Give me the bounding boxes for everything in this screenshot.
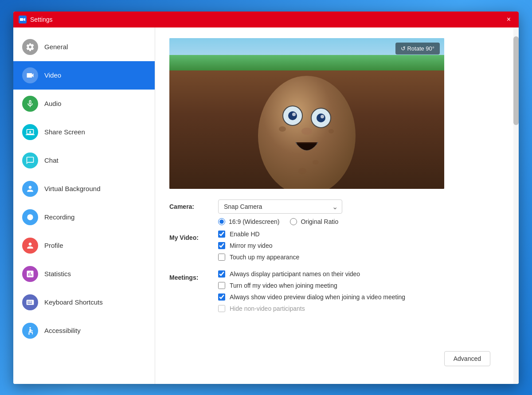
recording-icon [26, 213, 35, 222]
sidebar-item-share-screen[interactable]: Share Screen [13, 118, 155, 146]
svg-point-14 [313, 160, 319, 164]
touch-up-checkbox[interactable] [218, 254, 225, 261]
my-video-label: My Video: [169, 231, 218, 241]
rotate-button[interactable]: ↺ Rotate 90° [395, 43, 440, 55]
scrollbar-track [513, 27, 519, 384]
widescreen-radio[interactable] [218, 218, 225, 225]
camera-select[interactable]: Snap Camera Built-in FaceTime Camera OBS… [218, 199, 342, 214]
hide-participants-checkbox[interactable] [218, 305, 225, 312]
enable-hd-checkbox[interactable] [218, 231, 225, 238]
close-button[interactable]: × [504, 15, 513, 24]
camera-row: Camera: Snap Camera Built-in FaceTime Ca… [169, 199, 499, 225]
touch-up-label: Touch up my appearance [230, 254, 299, 261]
virtual-background-icon [26, 184, 35, 193]
profile-icon-wrap [22, 238, 38, 254]
sidebar-item-recording[interactable]: Recording [13, 203, 155, 231]
keyboard-icon-wrap [22, 294, 38, 310]
sidebar-item-chat[interactable]: Chat [13, 146, 155, 175]
mirror-video-label: Mirror my video [230, 242, 272, 249]
share-screen-icon [26, 128, 35, 137]
accessibility-icon [26, 326, 35, 335]
chat-icon-wrap [22, 153, 38, 168]
svg-point-13 [298, 168, 306, 174]
statistics-icon-wrap [22, 266, 38, 282]
svg-point-2 [29, 327, 31, 328]
always-show-preview-label: Always show video preview dialog when jo… [230, 293, 405, 301]
share-screen-label: Share Screen [44, 128, 85, 136]
meetings-controls: Always display participant names on thei… [218, 270, 499, 317]
always-display-names-option[interactable]: Always display participant names on thei… [218, 270, 499, 278]
always-show-preview-option[interactable]: Always show video preview dialog when jo… [218, 293, 499, 301]
aspect-ratio-group: 16:9 (Widescreen) Original Ratio [218, 218, 499, 225]
advanced-button[interactable]: Advanced [444, 351, 490, 366]
widescreen-option[interactable]: 16:9 (Widescreen) [218, 218, 279, 225]
chat-label: Chat [44, 156, 59, 164]
svg-point-5 [288, 111, 297, 120]
hide-participants-label: Hide non-video participants [230, 305, 305, 312]
enable-hd-label: Enable HD [230, 231, 260, 238]
always-display-names-checkbox[interactable] [218, 270, 225, 278]
touch-up-option[interactable]: Touch up my appearance [218, 254, 499, 261]
video-label: Video [44, 71, 61, 79]
chat-icon [26, 156, 35, 165]
my-video-row: My Video: Enable HD Mirror my video Touc… [169, 231, 499, 265]
sidebar: General Video Audio Sha [13, 27, 155, 384]
recording-icon-wrap [22, 209, 38, 225]
original-ratio-radio[interactable] [290, 218, 297, 225]
camera-controls: Snap Camera Built-in FaceTime Camera OBS… [218, 199, 499, 225]
gear-icon [26, 43, 35, 51]
mirror-video-checkbox[interactable] [218, 242, 225, 249]
svg-point-1 [27, 214, 33, 220]
always-display-names-label: Always display participant names on thei… [230, 270, 360, 278]
widescreen-label: 16:9 (Widescreen) [229, 218, 279, 225]
mirror-video-option[interactable]: Mirror my video [218, 242, 499, 249]
virtual-background-label: Virtual Background [44, 185, 100, 192]
content-area: General Video Audio Sha [13, 27, 519, 384]
sidebar-item-general[interactable]: General [13, 33, 155, 61]
sidebar-item-profile[interactable]: Profile [13, 231, 155, 260]
scrollbar-thumb[interactable] [513, 36, 519, 125]
sidebar-item-audio[interactable]: Audio [13, 90, 155, 118]
enable-hd-option[interactable]: Enable HD [218, 231, 499, 238]
titlebar: Settings × [13, 12, 519, 27]
general-label: General [44, 43, 68, 51]
accessibility-label: Accessibility [44, 327, 81, 334]
turn-off-video-checkbox[interactable] [218, 282, 225, 289]
statistics-icon [26, 270, 35, 278]
svg-point-8 [317, 113, 325, 122]
sidebar-item-virtual-background[interactable]: Virtual Background [13, 175, 155, 203]
grass-bg [169, 55, 444, 70]
keyboard-shortcuts-label: Keyboard Shortcuts [44, 298, 103, 306]
original-ratio-option[interactable]: Original Ratio [290, 218, 338, 225]
turn-off-video-label: Turn off my video when joining meeting [230, 282, 337, 289]
audio-label: Audio [44, 100, 61, 107]
camera-label: Camera: [169, 199, 218, 210]
sidebar-item-accessibility[interactable]: Accessibility [13, 317, 155, 345]
statistics-label: Statistics [44, 270, 71, 278]
main-panel: ↺ Rotate 90° Camera: Snap Camera Built-i… [155, 27, 513, 384]
recording-label: Recording [44, 213, 74, 221]
sidebar-item-statistics[interactable]: Statistics [13, 260, 155, 288]
video-icon [26, 71, 35, 80]
svg-point-9 [321, 115, 324, 118]
turn-off-video-option[interactable]: Turn off my video when joining meeting [218, 282, 499, 289]
svg-point-12 [329, 129, 334, 133]
share-screen-icon-wrap [22, 124, 38, 140]
always-show-preview-checkbox[interactable] [218, 293, 225, 301]
original-ratio-label: Original Ratio [301, 218, 338, 225]
accessibility-icon-wrap [22, 323, 38, 339]
profile-label: Profile [44, 242, 63, 249]
settings-window: Settings × General Video [13, 12, 519, 384]
audio-icon-wrap [22, 96, 38, 112]
meetings-label: Meetings: [169, 270, 218, 281]
sidebar-item-keyboard-shortcuts[interactable]: Keyboard Shortcuts [13, 288, 155, 317]
hide-participants-option[interactable]: Hide non-video participants [218, 305, 499, 312]
sidebar-item-video[interactable]: Video [13, 61, 155, 90]
window-title: Settings [30, 16, 504, 23]
video-preview: ↺ Rotate 90° [169, 38, 444, 189]
my-video-controls: Enable HD Mirror my video Touch up my ap… [218, 231, 499, 265]
video-icon-wrap [22, 67, 38, 83]
virtual-bg-icon-wrap [22, 181, 38, 197]
general-icon-wrap [22, 39, 38, 55]
keyboard-icon [26, 298, 35, 307]
